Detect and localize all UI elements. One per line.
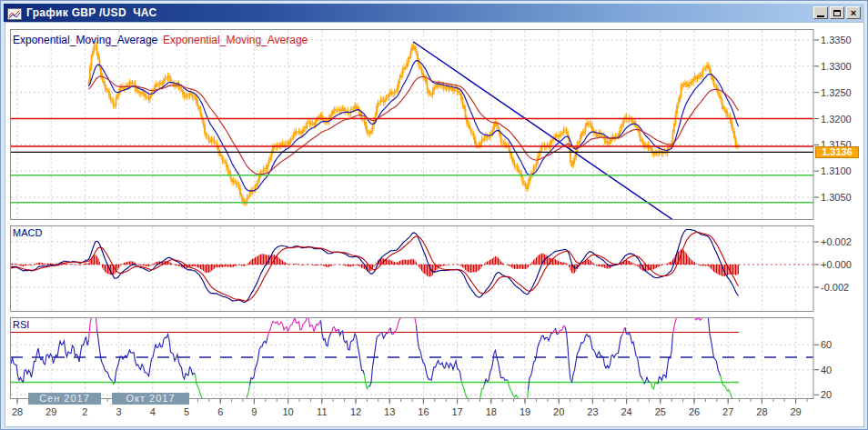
month-badge-sep: Сен 2017 xyxy=(28,393,101,405)
date-label: 26 xyxy=(689,406,700,417)
date-label: 11 xyxy=(317,406,327,417)
date-label: 18 xyxy=(486,406,497,417)
price-axis-label: 1.3050 xyxy=(821,192,852,203)
price-axis-label: 1.3100 xyxy=(821,165,852,176)
date-label: 16 xyxy=(418,406,429,417)
window-controls: × xyxy=(813,6,861,19)
window-title: График GBP /USD ЧАС xyxy=(26,6,157,19)
ema-slow-label: Exponential_Moving_Average xyxy=(163,34,308,46)
chart-canvas[interactable]: 1.33501.33001.32501.32001.31501.31001.30… xyxy=(1,1,868,430)
maximize-icon xyxy=(833,10,841,16)
date-label: 4 xyxy=(150,406,156,417)
date-label: 29 xyxy=(45,406,56,417)
date-label: 27 xyxy=(722,406,733,417)
rsi-axis-label: 20 xyxy=(821,389,832,400)
price-axis-label: 1.3250 xyxy=(821,87,852,98)
price-panel[interactable] xyxy=(11,30,814,220)
ema-fast-label: Exponential_Moving_Average xyxy=(13,34,157,46)
date-label: 20 xyxy=(553,406,564,417)
minimize-icon xyxy=(817,15,824,17)
month-badge-oct: Окт 2017 xyxy=(112,393,189,405)
date-label: 12 xyxy=(350,406,361,417)
close-icon: × xyxy=(851,8,856,18)
chart-window: 1.33501.33001.32501.32001.31501.31001.30… xyxy=(0,0,868,430)
maximize-button[interactable] xyxy=(830,6,844,19)
macd-axis-label: -0.002 xyxy=(821,282,849,293)
macd-panel[interactable] xyxy=(11,226,814,312)
date-label: 10 xyxy=(282,406,293,417)
date-label: 19 xyxy=(520,406,530,417)
date-label: 29 xyxy=(790,406,801,417)
price-axis-label: 1.3200 xyxy=(821,114,852,125)
price-axis-label: 1.3300 xyxy=(821,61,852,72)
date-label: 24 xyxy=(621,406,631,417)
date-label: 17 xyxy=(451,406,462,417)
current-price-badge: 1.3136 xyxy=(815,146,859,158)
date-label: 3 xyxy=(116,406,122,417)
date-label: 28 xyxy=(756,406,767,417)
chart-app-icon xyxy=(7,7,22,19)
date-label: 5 xyxy=(184,406,189,417)
macd-axis-label: +0.002 xyxy=(821,236,852,247)
date-label: 25 xyxy=(655,406,666,417)
date-label: 23 xyxy=(587,406,598,417)
date-label: 6 xyxy=(217,406,223,417)
close-button[interactable]: × xyxy=(846,6,861,19)
price-axis-label: 1.3350 xyxy=(821,35,852,45)
rsi-indicator-label: RSI xyxy=(13,319,29,330)
date-label: 2 xyxy=(82,406,87,417)
window-titlebar[interactable]: График GBP /USD ЧАС × xyxy=(4,4,864,22)
date-label: 13 xyxy=(384,406,395,417)
minimize-button[interactable] xyxy=(813,6,828,19)
rsi-axis-label: 60 xyxy=(821,339,832,350)
rsi-axis-label: 40 xyxy=(821,365,832,375)
rsi-panel[interactable] xyxy=(11,318,814,399)
macd-axis-label: +0.000 xyxy=(821,259,852,270)
date-label: 9 xyxy=(251,406,257,417)
macd-indicator-label: MACD xyxy=(13,227,42,238)
date-label: 28 xyxy=(12,406,23,417)
